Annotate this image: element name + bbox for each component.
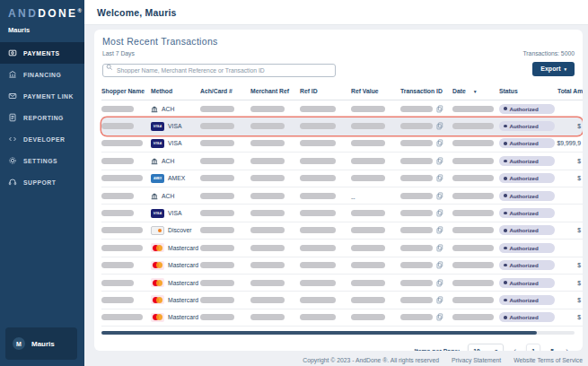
- table-row[interactable]: Mastercard Authorized $: [101, 292, 583, 309]
- sidebar-item-financing[interactable]: FINANCING: [0, 64, 84, 85]
- sidebar-item-developer[interactable]: DEVELOPER: [0, 128, 84, 150]
- cell-status: Authorized: [499, 243, 557, 253]
- sidebar-item-payments[interactable]: PAYMENTS: [0, 42, 84, 64]
- amount-text: $: [577, 123, 581, 129]
- col-ach-card: Ach/Card #: [200, 88, 250, 94]
- copy-icon[interactable]: [436, 279, 443, 287]
- cell-shopper-name: [101, 227, 151, 233]
- placeholder-bar: [250, 140, 285, 146]
- export-button[interactable]: Export ▾: [532, 62, 575, 76]
- placeholder-bar: [300, 210, 336, 216]
- search-input[interactable]: [102, 64, 336, 77]
- copy-icon[interactable]: [436, 313, 443, 321]
- status-badge: Authorized: [499, 138, 555, 148]
- cell-shopper-name: [101, 158, 151, 164]
- table-row[interactable]: Mastercard Authorized $: [101, 309, 583, 327]
- table-row[interactable]: ACH Authorized: [101, 100, 583, 118]
- copy-icon[interactable]: [436, 157, 443, 165]
- cell-ref-value: [351, 175, 400, 181]
- status-badge: Authorized: [499, 173, 555, 183]
- status-badge: Authorized: [499, 121, 555, 131]
- placeholder-bar: [452, 297, 494, 303]
- table-row[interactable]: Mastercard Authorized $: [101, 257, 583, 274]
- user-panel[interactable]: M Mauris: [5, 327, 77, 360]
- sidebar-item-settings[interactable]: SETTINGS: [0, 150, 84, 171]
- table-row[interactable]: Mastercard Authorized $: [101, 274, 583, 292]
- cell-transaction-id: [400, 244, 452, 252]
- current-page-button[interactable]: 1: [526, 344, 540, 351]
- placeholder-bar: [400, 245, 433, 251]
- placeholder-bar: [452, 193, 494, 199]
- status-dot-icon: [504, 142, 507, 145]
- copy-icon[interactable]: [436, 296, 443, 304]
- cell-merchant-ref: [250, 314, 300, 320]
- placeholder-bar: [200, 140, 234, 146]
- table-row[interactable]: ACH -- Authorized: [101, 187, 583, 205]
- copy-icon[interactable]: [436, 174, 443, 182]
- terms-of-service-link[interactable]: Website Terms of Service: [513, 357, 583, 363]
- horizontal-scrollbar-thumb[interactable]: [101, 331, 537, 335]
- page-title: Most Recent Transactions: [102, 36, 575, 47]
- cell-status: Authorized: [499, 173, 557, 183]
- sidebar-item-support[interactable]: SUPPORT: [0, 171, 84, 193]
- prev-page-button[interactable]: ‹: [512, 347, 518, 351]
- placeholder-bar: [351, 280, 385, 286]
- sidebar-nav: PAYMENTS FINANCING PAYMENT LINK REPORTIN…: [0, 42, 84, 193]
- method-label: Discover: [168, 227, 191, 233]
- copy-icon[interactable]: [436, 261, 443, 269]
- sidebar-item-label: SUPPORT: [23, 179, 56, 186]
- cell-ref-id: [300, 314, 351, 320]
- items-per-page-select[interactable]: 10 ▼: [468, 344, 504, 351]
- cell-transaction-id: [400, 296, 452, 304]
- copy-icon[interactable]: [436, 139, 443, 147]
- anddone-logo[interactable]: ANDDONE®: [0, 0, 84, 20]
- placeholder-bar: [351, 314, 385, 320]
- cell-merchant-ref: [250, 175, 300, 181]
- privacy-statement-link[interactable]: Privacy Statement: [452, 357, 501, 363]
- status-label: Authorized: [510, 297, 539, 303]
- financing-icon: [8, 70, 17, 79]
- next-page-button[interactable]: ›: [564, 347, 570, 351]
- col-shopper-name: Shopper Name: [101, 88, 151, 94]
- copy-icon[interactable]: [436, 122, 443, 130]
- table-row[interactable]: Discover Authorized $: [101, 222, 583, 240]
- cell-status: Authorized: [499, 104, 557, 114]
- table-row[interactable]: ACH Authorized $: [101, 152, 583, 170]
- table-row[interactable]: AMEX AMEX Authorized $: [101, 170, 583, 187]
- cell-status: Authorized: [499, 278, 557, 288]
- cell-ach-card: [200, 210, 250, 216]
- table-row[interactable]: VISA VISA Authorized $9,999,9: [101, 135, 583, 152]
- sort-caret-icon: ▼: [473, 89, 478, 94]
- table-row[interactable]: Mastercard Authorized: [101, 240, 583, 257]
- placeholder-bar: [351, 227, 385, 233]
- col-status: Status: [499, 88, 557, 94]
- cell-ach-card: [200, 140, 250, 146]
- cell-total-amount: $: [557, 227, 581, 233]
- copy-icon[interactable]: [436, 244, 443, 252]
- cell-transaction-id: [400, 192, 452, 200]
- cell-date: [452, 193, 499, 199]
- table-row[interactable]: VISA VISA Authorized: [101, 205, 583, 222]
- cell-status: Authorized: [499, 295, 557, 305]
- horizontal-scrollbar[interactable]: [101, 331, 575, 335]
- copy-icon[interactable]: [436, 192, 443, 200]
- copy-icon[interactable]: [436, 226, 443, 234]
- cell-ach-card: [200, 280, 250, 286]
- copy-icon[interactable]: [436, 105, 443, 113]
- col-date-sort[interactable]: Date ▼: [452, 88, 499, 94]
- sidebar-item-payment-link[interactable]: PAYMENT LINK: [0, 85, 84, 107]
- cell-ref-value: [351, 314, 400, 320]
- last-page-button[interactable]: 5: [549, 348, 556, 351]
- table-row-highlighted[interactable]: VISA VISA Authorized $: [101, 118, 583, 135]
- placeholder-bar: [101, 106, 134, 112]
- placeholder-bar: [250, 262, 285, 268]
- status-dot-icon: [504, 299, 507, 302]
- placeholder-bar: [452, 280, 494, 286]
- cell-date: [452, 297, 499, 303]
- copy-icon[interactable]: [436, 209, 443, 217]
- cell-ref-id: [300, 227, 351, 233]
- sidebar-item-reporting[interactable]: REPORTING: [0, 107, 84, 128]
- top-bar: Welcome, Mauris: [84, 0, 588, 25]
- method-label: Mastercard: [168, 314, 198, 320]
- amount-text: $: [577, 280, 581, 286]
